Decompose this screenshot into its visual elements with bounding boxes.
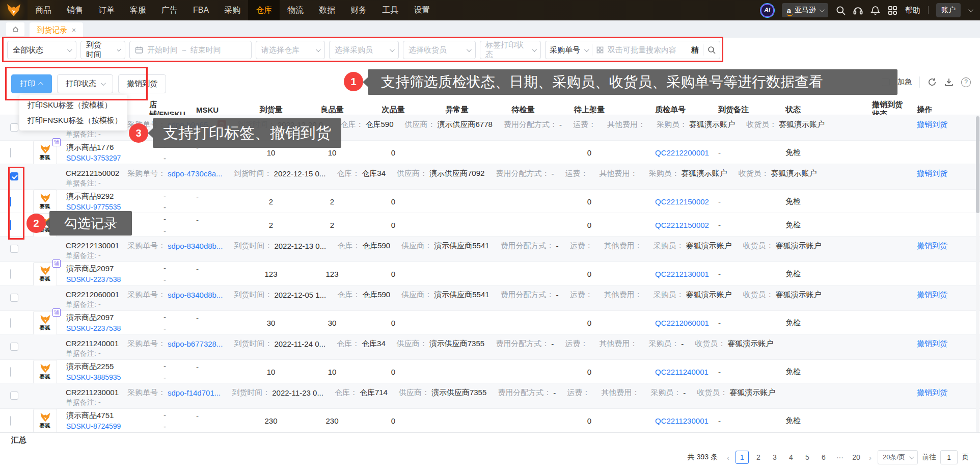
account-button[interactable]: 账户: [936, 3, 961, 17]
sdsku-link[interactable]: SDSKU-8724599: [66, 421, 145, 431]
account-chevron-down-icon[interactable]: [968, 7, 973, 12]
print-button[interactable]: 打印: [11, 74, 52, 93]
row-checkbox[interactable]: [10, 148, 11, 158]
row-checkbox[interactable]: [10, 172, 18, 180]
search-submit-icon[interactable]: [707, 46, 716, 54]
warehouse-select[interactable]: 请选择仓库: [256, 41, 325, 59]
qc-order-link[interactable]: QC2212060001: [622, 319, 709, 327]
qc-order-link[interactable]: QC2211230001: [622, 416, 709, 425]
apps-grid-icon[interactable]: [888, 6, 897, 15]
po-link[interactable]: sdpo-b677328...: [168, 340, 223, 348]
qc-order-link[interactable]: QC2212150002: [622, 197, 709, 206]
nav-item-5[interactable]: FBA: [185, 0, 216, 20]
search-input[interactable]: 双击可批量搜索内容: [608, 45, 687, 55]
page-number[interactable]: 2: [752, 451, 765, 464]
ai-assistant-button[interactable]: AI: [760, 4, 774, 17]
qc-order-link[interactable]: QC2212150002: [622, 221, 709, 229]
app-logo[interactable]: [0, 0, 28, 20]
search-box[interactable]: 采购单号 双击可批量搜索内容 精: [545, 41, 720, 59]
row-checkbox[interactable]: [10, 416, 11, 426]
qc-order-link[interactable]: QC2211240001: [622, 368, 709, 376]
page-number[interactable]: 5: [801, 451, 814, 464]
revoke-arrival-button[interactable]: 撤销到货: [118, 74, 166, 93]
nav-item-9[interactable]: 数据: [311, 0, 343, 20]
nav-item-1[interactable]: 销售: [59, 0, 91, 20]
revoke-arrival-link[interactable]: 撤销到货: [917, 120, 947, 129]
marketplace-selector[interactable]: a 亚马逊: [782, 3, 828, 17]
sdsku-link[interactable]: SDSKU-2237538: [66, 274, 145, 284]
bell-icon[interactable]: [870, 6, 880, 15]
nav-item-6[interactable]: 采购: [216, 0, 248, 20]
po-link[interactable]: sdpo-4730c8a...: [168, 169, 223, 178]
field-value: 赛狐演示账户: [729, 388, 775, 398]
row-checkbox[interactable]: [10, 245, 18, 253]
vertical-scrollbar[interactable]: [976, 115, 979, 432]
print-status-button[interactable]: 打印状态: [57, 74, 113, 93]
qc-order-link[interactable]: QC2212130001: [622, 270, 709, 278]
menu-item-print-sku-label[interactable]: 打印SKU标签（按模板）: [19, 97, 127, 113]
receiver-select[interactable]: 选择收货员: [403, 41, 476, 59]
pending-shelf-qty: 0: [556, 221, 622, 229]
buyer-select[interactable]: 选择采购员: [329, 41, 399, 59]
field-label: 仓库：: [337, 169, 360, 178]
headset-icon[interactable]: [853, 6, 863, 15]
goto-page-input[interactable]: 1: [940, 450, 958, 464]
sdsku-link[interactable]: SDSKU-3753297: [66, 153, 145, 163]
revoke-arrival-link[interactable]: 撤销到货: [917, 339, 947, 349]
tab-arrival-records[interactable]: 到货记录 ×: [30, 22, 83, 38]
revoke-arrival-link[interactable]: 撤销到货: [917, 169, 947, 178]
row-checkbox[interactable]: [10, 392, 18, 400]
next-page-icon[interactable]: ›: [867, 453, 874, 462]
download-icon[interactable]: [944, 77, 954, 87]
search-icon[interactable]: [836, 6, 846, 15]
page-number[interactable]: 20: [850, 451, 863, 464]
revoke-arrival-link[interactable]: 撤销到货: [917, 290, 947, 300]
row-checkbox[interactable]: [10, 197, 11, 206]
nav-item-11[interactable]: 工具: [374, 0, 406, 20]
nav-item-3[interactable]: 客服: [122, 0, 154, 20]
page-size-select[interactable]: 20条/页: [878, 450, 918, 464]
page-number[interactable]: 4: [784, 451, 798, 464]
nav-item-12[interactable]: 设置: [406, 0, 438, 20]
page-number[interactable]: 6: [817, 451, 830, 464]
qc-order-link[interactable]: QC2212200001: [622, 148, 709, 157]
refresh-icon[interactable]: [928, 77, 937, 87]
close-icon[interactable]: ×: [72, 26, 76, 34]
date-type-select[interactable]: 到货时间: [80, 41, 125, 59]
product-image: 赛狐辅: [33, 262, 57, 286]
row-checkbox[interactable]: [10, 220, 11, 230]
row-checkbox[interactable]: [10, 318, 11, 328]
date-range-input[interactable]: 开始时间 ~ 结束时间: [129, 41, 252, 59]
revoke-arrival-link[interactable]: 撤销到货: [917, 388, 947, 398]
page-number[interactable]: 1: [736, 451, 749, 464]
help-circle-icon[interactable]: [961, 77, 971, 87]
nav-item-10[interactable]: 财务: [343, 0, 374, 20]
label-print-status-select[interactable]: 标签打印状态: [480, 41, 541, 59]
po-link[interactable]: sdpo-8340d8b...: [168, 291, 223, 299]
row-checkbox[interactable]: [10, 123, 18, 132]
nav-item-8[interactable]: 物流: [280, 0, 311, 20]
row-checkbox[interactable]: [10, 294, 18, 302]
nav-item-7[interactable]: 仓库: [248, 0, 280, 20]
exact-match-toggle[interactable]: 精: [691, 45, 699, 55]
help-link[interactable]: 帮助: [905, 6, 920, 15]
row-checkbox[interactable]: [10, 343, 18, 351]
revoke-arrival-link[interactable]: 撤销到货: [917, 241, 947, 251]
store-value: -: [164, 263, 192, 274]
sdsku-link[interactable]: SDSKU-2237538: [66, 323, 145, 333]
row-checkbox[interactable]: [10, 269, 11, 279]
page-number[interactable]: 3: [768, 451, 781, 464]
po-link[interactable]: sdpo-8340d8b...: [168, 242, 223, 250]
scrollbar-thumb[interactable]: [976, 116, 979, 213]
prev-page-icon[interactable]: ‹: [725, 453, 731, 462]
nav-item-4[interactable]: 广告: [154, 0, 185, 20]
chevron-down-icon: [67, 47, 72, 52]
sdsku-link[interactable]: SDSKU-3885935: [66, 372, 145, 382]
menu-item-print-fnsku-label[interactable]: 打印FNSKU标签（按模板）: [19, 113, 127, 128]
po-link[interactable]: sdpo-f14d701...: [168, 388, 221, 397]
nav-item-2[interactable]: 订单: [91, 0, 122, 20]
row-checkbox[interactable]: [10, 367, 11, 377]
status-filter-select[interactable]: 全部状态: [7, 41, 76, 59]
nav-item-0[interactable]: 商品: [28, 0, 59, 20]
home-tab[interactable]: [6, 22, 24, 36]
